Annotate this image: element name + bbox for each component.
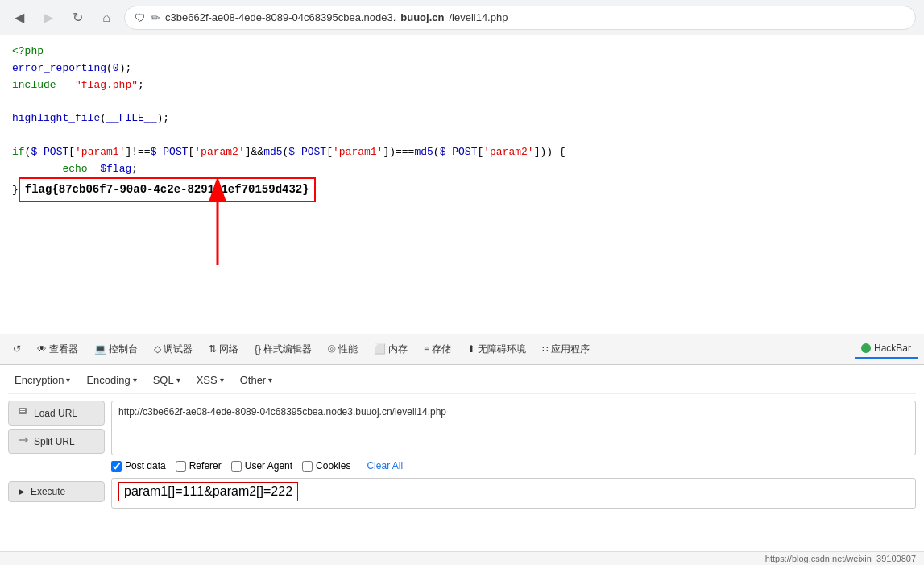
referer-checkbox[interactable] — [176, 461, 186, 472]
url-domain: buuoj.cn — [400, 11, 444, 23]
xss-dropdown-icon: ▾ — [220, 376, 224, 384]
post-data-checkbox[interactable] — [111, 461, 122, 472]
other-menu[interactable]: Other ▾ — [234, 372, 280, 388]
flag-box: flag{87cb06f7-90a0-4c2e-8291-1ef70159d43… — [19, 177, 316, 201]
code-line-4: highlight_file(__FILE__); — [12, 110, 912, 127]
cookies-checkbox-label[interactable]: Cookies — [302, 460, 350, 472]
encoding-dropdown-icon: ▾ — [133, 376, 137, 384]
style-editor-icon: {} — [255, 343, 261, 355]
url-suffix: /levell14.php — [449, 11, 508, 23]
refresh-button[interactable]: ↻ — [66, 6, 89, 29]
sql-menu[interactable]: SQL ▾ — [147, 372, 187, 388]
execute-icon: ► — [17, 486, 27, 497]
forward-button[interactable]: ▶ — [37, 6, 60, 29]
cookies-checkbox[interactable] — [302, 461, 313, 472]
load-url-button[interactable]: Load URL — [8, 401, 105, 426]
hackbar-menu: Encryption ▾ Encoding ▾ SQL ▾ XSS ▾ Othe… — [8, 372, 916, 394]
hackbar-button[interactable]: HackBar — [855, 339, 918, 359]
toggle-devtools-button[interactable]: ↺ — [6, 340, 27, 358]
url-input[interactable] — [111, 401, 916, 455]
user-agent-checkbox[interactable] — [231, 461, 242, 472]
post-data-label: Post data — [125, 460, 166, 472]
include-keyword: include — [12, 79, 56, 91]
load-url-icon — [17, 405, 30, 421]
xss-label: XSS — [197, 374, 218, 386]
split-url-label: Split URL — [34, 436, 75, 447]
clear-all-button[interactable]: Clear All — [367, 460, 403, 472]
referer-label: Referer — [189, 460, 222, 472]
accessibility-button[interactable]: ⬆ 无障碍环境 — [461, 339, 532, 359]
performance-button[interactable]: ⦾ 性能 — [321, 339, 364, 359]
memory-button[interactable]: ⬜ 内存 — [367, 339, 414, 359]
code-line-5: if($_POST['param1']!==$_POST['param2']&&… — [12, 144, 912, 161]
cookies-label: Cookies — [316, 460, 350, 472]
referer-checkbox-label[interactable]: Referer — [176, 460, 222, 472]
address-bar[interactable]: 🛡 ✏ c3be662f-ae08-4ede-8089-04c68395cbea… — [124, 6, 916, 30]
encryption-label: Encryption — [15, 374, 64, 386]
svg-rect-4 — [20, 411, 25, 412]
other-dropdown-icon: ▾ — [268, 376, 272, 384]
encryption-menu[interactable]: Encryption ▾ — [8, 372, 77, 388]
user-agent-checkbox-label[interactable]: User Agent — [231, 460, 292, 472]
code-area: <?php error_reporting(0); include "flag.… — [0, 35, 924, 334]
options-row: Post data Referer User Agent Cookies Cle… — [8, 460, 916, 472]
post-data-container: param1[]=111&param2[]=222 — [111, 478, 916, 509]
inspector-icon: 👁 — [37, 343, 47, 355]
inspector-button[interactable]: 👁 查看器 — [31, 339, 85, 359]
network-icon: ⇅ — [209, 343, 217, 355]
code-line-1: <?php — [12, 44, 912, 60]
other-label: Other — [240, 374, 267, 386]
php-func-error: error_reporting — [12, 62, 106, 74]
url-prefix: c3be662f-ae08-4ede-8089-04c68395cbea.nod… — [165, 11, 396, 23]
split-url-button[interactable]: Split URL — [8, 429, 105, 454]
post-data-value: param1[]=111&param2[]=222 — [118, 482, 298, 501]
status-bar: https://blog.csdn.net/weixin_39100807 — [0, 551, 924, 565]
split-url-icon — [17, 434, 30, 449]
back-button[interactable]: ◀ — [8, 6, 31, 29]
performance-icon: ⦾ — [328, 343, 336, 355]
encryption-dropdown-icon: ▾ — [66, 376, 70, 384]
code-line-3: include "flag.php"; — [12, 77, 912, 94]
storage-icon: ≡ — [424, 343, 429, 355]
user-agent-label: User Agent — [245, 460, 292, 472]
encoding-label: Encoding — [86, 374, 130, 386]
svg-rect-3 — [20, 409, 25, 410]
load-url-label: Load URL — [34, 408, 77, 419]
application-icon: ∷ — [542, 343, 549, 355]
code-line-2: error_reporting(0); — [12, 60, 912, 77]
home-button[interactable]: ⌂ — [95, 6, 118, 29]
console-button[interactable]: 💻 控制台 — [88, 339, 144, 359]
hackbar-panel: Encryption ▾ Encoding ▾ SQL ▾ XSS ▾ Othe… — [0, 364, 924, 515]
post-data-row: ► Execute param1[]=111&param2[]=222 — [8, 478, 916, 509]
hackbar-dot-icon — [861, 343, 871, 353]
status-url: https://blog.csdn.net/weixin_39100807 — [765, 554, 916, 563]
php-open-tag: <?php — [12, 45, 44, 57]
style-editor-button[interactable]: {} 样式编辑器 — [248, 339, 318, 359]
memory-icon: ⬜ — [374, 343, 386, 355]
highlight-func: highlight_file — [12, 112, 100, 124]
accessibility-icon: ⬆ — [467, 343, 475, 355]
edit-icon: ✏ — [151, 11, 160, 24]
console-icon: 💻 — [94, 343, 106, 355]
execute-button[interactable]: ► Execute — [8, 481, 105, 502]
code-line-7: }flag{87cb06f7-90a0-4c2e-8291-1ef70159d4… — [12, 177, 912, 201]
code-line-blank2 — [12, 127, 912, 144]
side-buttons: Load URL Split URL — [8, 401, 105, 455]
execute-label: Execute — [31, 486, 65, 497]
sql-dropdown-icon: ▾ — [176, 376, 180, 384]
flag-php-string: "flag.php" — [75, 79, 138, 91]
post-data-checkbox-label[interactable]: Post data — [111, 460, 166, 472]
application-button[interactable]: ∷ 应用程序 — [536, 339, 596, 359]
storage-button[interactable]: ≡ 存储 — [417, 339, 458, 359]
shield-icon: 🛡 — [135, 11, 146, 24]
code-line-blank1 — [12, 93, 912, 110]
sql-label: SQL — [153, 374, 174, 386]
debugger-button[interactable]: ◇ 调试器 — [147, 339, 199, 359]
devtools-toolbar: ↺ 👁 查看器 💻 控制台 ◇ 调试器 ⇅ 网络 {} 样式编辑器 ⦾ 性能 ⬜… — [0, 334, 924, 364]
xss-menu[interactable]: XSS ▾ — [190, 372, 230, 388]
browser-chrome: ◀ ▶ ↻ ⌂ 🛡 ✏ c3be662f-ae08-4ede-8089-04c6… — [0, 0, 924, 35]
network-button[interactable]: ⇅ 网络 — [202, 339, 245, 359]
url-row: Load URL Split URL — [8, 401, 916, 455]
encoding-menu[interactable]: Encoding ▾ — [80, 372, 143, 388]
debugger-icon: ◇ — [154, 343, 161, 355]
